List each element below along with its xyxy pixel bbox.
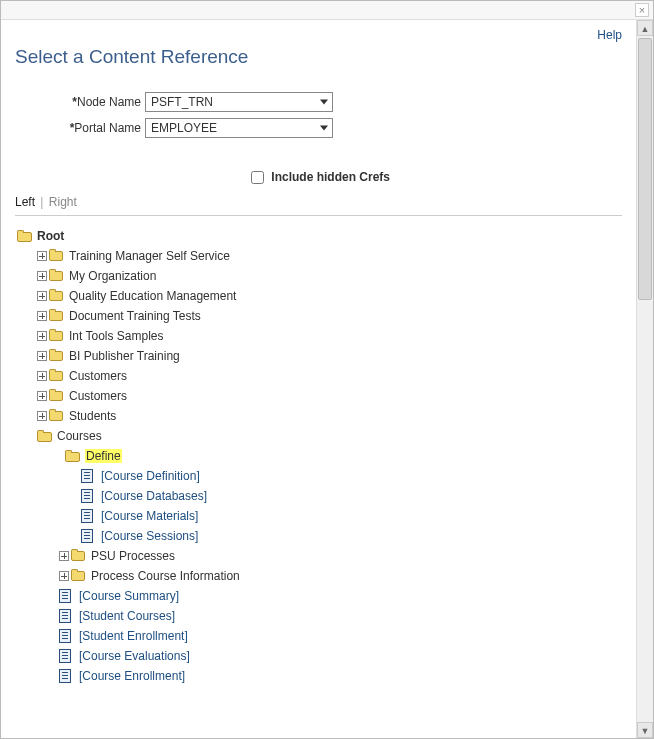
tree-folder[interactable]: BI Publisher Training [15, 346, 622, 366]
tree-cref-item[interactable]: [Course Enrollment] [15, 666, 622, 686]
tree-cref-link[interactable]: [Student Enrollment] [79, 629, 188, 643]
include-hidden-row: Include hidden Crefs [15, 168, 622, 187]
tree-root[interactable]: Root [15, 226, 622, 246]
tree-folder-label: Document Training Tests [69, 309, 201, 323]
folder-collapsed-icon [37, 269, 65, 283]
tree-folder-label: Courses [57, 429, 102, 443]
pane-separator: | [38, 195, 45, 209]
dialog-body: Help Select a Content Reference *Node Na… [1, 20, 653, 738]
tree-folder[interactable]: Process Course Information [15, 566, 622, 586]
page-title: Select a Content Reference [15, 46, 622, 68]
tree-folder-define-label: Define [85, 449, 122, 463]
tree-folder-label: My Organization [69, 269, 156, 283]
tree-cref-item[interactable]: [Course Summary] [15, 586, 622, 606]
tree-cref-link[interactable]: [Course Evaluations] [79, 649, 190, 663]
tree-folder-label: BI Publisher Training [69, 349, 180, 363]
portal-name-label: *Portal Name [15, 121, 145, 135]
tree-folder-label: Training Manager Self Service [69, 249, 230, 263]
tree-cref-link[interactable]: [Student Courses] [79, 609, 175, 623]
node-name-row: *Node Name PSFT_TRN [15, 92, 622, 112]
folder-collapsed-icon [37, 369, 65, 383]
portal-name-value: EMPLOYEE [151, 121, 217, 135]
scroll-up-icon[interactable]: ▲ [637, 20, 653, 36]
document-icon [59, 649, 71, 663]
tree-folder-label: PSU Processes [91, 549, 175, 563]
folder-collapsed-icon [59, 569, 87, 583]
dialog-window: × Help Select a Content Reference *Node … [0, 0, 654, 739]
include-hidden-checkbox[interactable] [251, 171, 264, 184]
folder-open-icon [37, 430, 53, 443]
tree-cref-link[interactable]: [Course Definition] [101, 469, 200, 483]
tree-folder-courses[interactable]: Courses [15, 426, 622, 446]
tree-view: Root Training Manager Self ServiceMy Org… [15, 226, 622, 686]
include-hidden-label: Include hidden Crefs [271, 170, 390, 184]
tree-cref-item[interactable]: [Course Materials] [15, 506, 622, 526]
pane-switcher: Left | Right [15, 195, 622, 209]
tree-folder-label: Int Tools Samples [69, 329, 164, 343]
document-icon [81, 509, 93, 523]
scrollbar-thumb[interactable] [638, 38, 652, 300]
document-icon [59, 609, 71, 623]
divider [15, 215, 622, 216]
folder-collapsed-icon [37, 289, 65, 303]
tree-folder-label: Students [69, 409, 116, 423]
tree-cref-item[interactable]: [Student Courses] [15, 606, 622, 626]
portal-name-label-text: Portal Name [74, 121, 141, 135]
folder-collapsed-icon [37, 309, 65, 323]
node-name-label-text: Node Name [77, 95, 141, 109]
tree-folder[interactable]: Document Training Tests [15, 306, 622, 326]
tree-cref-link[interactable]: [Course Databases] [101, 489, 207, 503]
tree-cref-link[interactable]: [Course Summary] [79, 589, 179, 603]
document-icon [59, 589, 71, 603]
folder-collapsed-icon [37, 389, 65, 403]
tree-cref-item[interactable]: [Course Sessions] [15, 526, 622, 546]
left-pane-tab[interactable]: Left [15, 195, 35, 209]
help-link[interactable]: Help [15, 28, 622, 42]
tree-root-label: Root [37, 229, 64, 243]
tree-folder[interactable]: My Organization [15, 266, 622, 286]
node-name-select[interactable]: PSFT_TRN [145, 92, 333, 112]
tree-cref-item[interactable]: [Course Evaluations] [15, 646, 622, 666]
node-name-value: PSFT_TRN [151, 95, 213, 109]
close-icon[interactable]: × [635, 3, 649, 17]
right-pane-tab[interactable]: Right [49, 195, 77, 209]
tree-folder[interactable]: Quality Education Management [15, 286, 622, 306]
document-icon [59, 669, 71, 683]
dialog-titlebar: × [1, 1, 653, 20]
tree-folder[interactable]: Students [15, 406, 622, 426]
content-area: Help Select a Content Reference *Node Na… [1, 20, 636, 738]
tree-folder[interactable]: Customers [15, 386, 622, 406]
node-name-label: *Node Name [15, 95, 145, 109]
folder-open-icon [17, 230, 33, 243]
folder-collapsed-icon [37, 409, 65, 423]
folder-collapsed-icon [37, 249, 65, 263]
document-icon [81, 529, 93, 543]
tree-cref-link[interactable]: [Course Sessions] [101, 529, 198, 543]
tree-folder-label: Customers [69, 389, 127, 403]
scroll-down-icon[interactable]: ▼ [637, 722, 653, 738]
folder-collapsed-icon [59, 549, 87, 563]
tree-cref-item[interactable]: [Course Databases] [15, 486, 622, 506]
tree-folder[interactable]: PSU Processes [15, 546, 622, 566]
tree-cref-link[interactable]: [Course Enrollment] [79, 669, 185, 683]
tree-cref-item[interactable]: [Student Enrollment] [15, 626, 622, 646]
folder-collapsed-icon [37, 329, 65, 343]
chevron-down-icon [320, 100, 328, 105]
tree-cref-link[interactable]: [Course Materials] [101, 509, 198, 523]
scrollbar[interactable]: ▲ ▼ [636, 20, 653, 738]
tree-folder[interactable]: Customers [15, 366, 622, 386]
tree-folder[interactable]: Training Manager Self Service [15, 246, 622, 266]
document-icon [81, 469, 93, 483]
tree-folder[interactable]: Int Tools Samples [15, 326, 622, 346]
tree-cref-item[interactable]: [Course Definition] [15, 466, 622, 486]
tree-folder-label: Quality Education Management [69, 289, 236, 303]
folder-collapsed-icon [37, 349, 65, 363]
document-icon [81, 489, 93, 503]
tree-folder-label: Customers [69, 369, 127, 383]
portal-name-select[interactable]: EMPLOYEE [145, 118, 333, 138]
chevron-down-icon [320, 126, 328, 131]
tree-folder-define[interactable]: Define [15, 446, 622, 466]
document-icon [59, 629, 71, 643]
tree-folder-label: Process Course Information [91, 569, 240, 583]
portal-name-row: *Portal Name EMPLOYEE [15, 118, 622, 138]
